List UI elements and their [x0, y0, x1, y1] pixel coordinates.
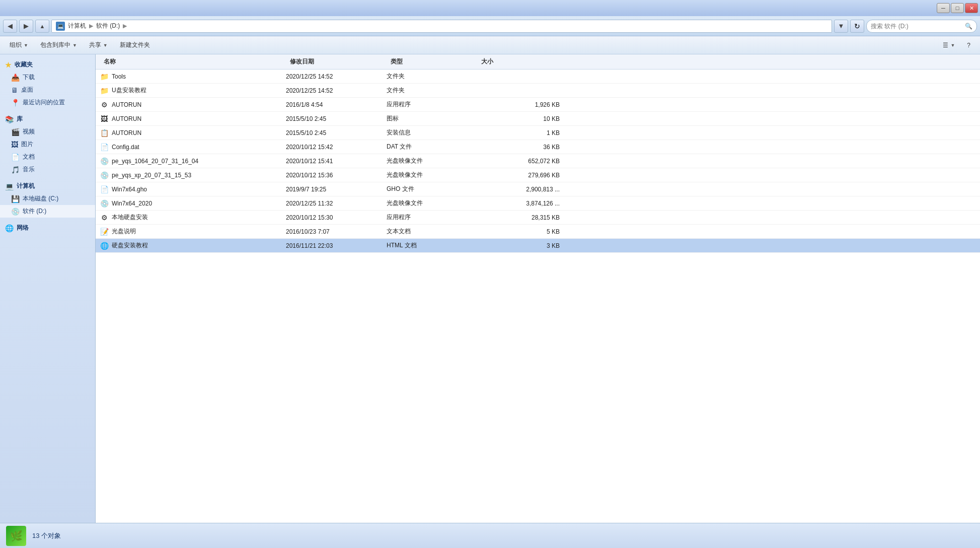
music-icon: 🎵 [11, 166, 20, 174]
sidebar-item-d-drive[interactable]: 💿 软件 (D:) [0, 205, 95, 218]
share-arrow: ▼ [103, 43, 108, 48]
search-icon: 🔍 [965, 23, 972, 30]
file-list-header: 名称 修改日期 类型 大小 [96, 54, 980, 70]
file-icon: 📁 [100, 72, 109, 81]
forward-button[interactable]: ▶ [19, 20, 33, 33]
sidebar-item-documents[interactable]: 📄 文档 [0, 151, 95, 163]
sidebar-item-music[interactable]: 🎵 音乐 [0, 163, 95, 176]
path-sep-1: ▶ [89, 23, 93, 29]
search-box[interactable]: 🔍 [866, 20, 977, 33]
minimize-button[interactable]: ─ [937, 3, 950, 13]
table-row[interactable]: 📄 Config.dat 2020/10/12 15:42 DAT 文件 36 … [96, 140, 980, 154]
file-name-cell: ⚙ AUTORUN [100, 100, 286, 109]
sidebar-libraries-header[interactable]: 📚 库 [0, 113, 95, 125]
sidebar-libraries-label: 库 [17, 115, 23, 123]
include-library-button[interactable]: 包含到库中 ▼ [35, 38, 83, 52]
file-name-cell: 🖼 AUTORUN [100, 114, 286, 123]
table-row[interactable]: 📁 U盘安装教程 2020/12/25 14:52 文件夹 [96, 84, 980, 98]
sidebar-item-pictures[interactable]: 🖼 图片 [0, 138, 95, 151]
table-row[interactable]: 📄 Win7x64.gho 2019/9/7 19:25 GHO 文件 2,90… [96, 182, 980, 196]
table-row[interactable]: ⚙ AUTORUN 2016/1/8 4:54 应用程序 1,926 KB [96, 98, 980, 112]
file-date-cell: 2020/10/12 15:30 [286, 214, 387, 221]
table-row[interactable]: 💿 Win7x64_2020 2020/12/25 11:32 光盘映像文件 3… [96, 196, 980, 211]
sidebar-item-desktop[interactable]: 🖥 桌面 [0, 84, 95, 96]
file-size-cell: 1 KB [477, 129, 568, 136]
sidebar-videos-label: 视频 [23, 127, 35, 136]
file-type-cell: HTML 文档 [387, 241, 477, 250]
file-size-cell: 2,900,813 ... [477, 186, 568, 193]
col-header-type[interactable]: 类型 [387, 57, 477, 66]
sidebar-computer-header[interactable]: 💻 计算机 [0, 180, 95, 192]
col-header-size[interactable]: 大小 [477, 57, 568, 66]
file-name: AUTORUN [112, 129, 141, 136]
file-name: Win7x64.gho [112, 186, 147, 193]
network-icon: 🌐 [5, 224, 14, 232]
file-icon: 📄 [100, 143, 109, 152]
sidebar-network-header[interactable]: 🌐 网络 [0, 222, 95, 234]
sidebar-item-downloads[interactable]: 📥 下载 [0, 71, 95, 84]
statusbar: 🌿 13 个对象 [0, 523, 980, 548]
maximize-button[interactable]: □ [951, 3, 964, 13]
sidebar-c-drive-label: 本地磁盘 (C:) [23, 194, 58, 203]
table-row[interactable]: 📝 光盘说明 2016/10/23 7:07 文本文档 5 KB [96, 225, 980, 239]
star-icon: ★ [5, 61, 12, 69]
libraries-folder-icon: 📚 [5, 115, 14, 123]
file-list-body: 📁 Tools 2020/12/25 14:52 文件夹 📁 U盘安装教程 20… [96, 70, 980, 523]
file-size-cell: 3,874,126 ... [477, 200, 568, 207]
col-header-name[interactable]: 名称 [100, 57, 286, 66]
titlebar: ─ □ ✕ [0, 0, 980, 16]
file-icon: 💿 [100, 157, 109, 166]
table-row[interactable]: 💿 pe_yqs_xp_20_07_31_15_53 2020/10/12 15… [96, 168, 980, 182]
file-name: Config.dat [112, 144, 139, 151]
sidebar-item-recent[interactable]: 📍 最近访问的位置 [0, 96, 95, 109]
breadcrumb-drive[interactable]: 软件 (D:) [96, 22, 120, 30]
address-path[interactable]: 💻 计算机 ▶ 软件 (D:) ▶ [51, 20, 832, 33]
computer-path-icon: 💻 [56, 22, 65, 31]
dropdown-button[interactable]: ▼ [834, 20, 848, 33]
table-row[interactable]: 📁 Tools 2020/12/25 14:52 文件夹 [96, 70, 980, 84]
sidebar-item-c-drive[interactable]: 💾 本地磁盘 (C:) [0, 192, 95, 205]
table-row[interactable]: 📋 AUTORUN 2015/5/10 2:45 安装信息 1 KB [96, 126, 980, 140]
file-name: U盘安装教程 [112, 86, 146, 95]
file-list-area: 名称 修改日期 类型 大小 📁 Tools 2020/12/25 14:52 文… [96, 54, 980, 523]
sidebar-favorites-label: 收藏夹 [15, 60, 33, 69]
file-date-cell: 2019/9/7 19:25 [286, 186, 387, 193]
search-input[interactable] [871, 23, 963, 30]
file-size-cell: 5 KB [477, 228, 568, 235]
file-name-cell: 💿 pe_yqs_1064_20_07_31_16_04 [100, 157, 286, 166]
close-button[interactable]: ✕ [965, 3, 978, 13]
organize-arrow: ▼ [24, 43, 28, 48]
sidebar-item-videos[interactable]: 🎬 视频 [0, 125, 95, 138]
file-name: 光盘说明 [112, 227, 136, 236]
file-date-cell: 2020/12/25 11:32 [286, 200, 387, 207]
share-button[interactable]: 共享 ▼ [84, 38, 113, 52]
d-drive-icon: 💿 [11, 208, 20, 216]
share-label: 共享 [89, 41, 101, 49]
table-row[interactable]: 🌐 硬盘安装教程 2016/11/21 22:03 HTML 文档 3 KB [96, 239, 980, 253]
file-icon: 🖼 [100, 114, 109, 123]
file-size-cell: 28,315 KB [477, 214, 568, 221]
col-header-date[interactable]: 修改日期 [286, 57, 387, 66]
up-button[interactable]: ▲ [35, 20, 49, 33]
organize-button[interactable]: 组织 ▼ [4, 38, 34, 52]
help-button[interactable]: ? [961, 38, 976, 52]
table-row[interactable]: 🖼 AUTORUN 2015/5/10 2:45 图标 10 KB [96, 112, 980, 126]
table-row[interactable]: ⚙ 本地硬盘安装 2020/10/12 15:30 应用程序 28,315 KB [96, 211, 980, 225]
file-type-cell: 文本文档 [387, 227, 477, 236]
file-name: AUTORUN [112, 115, 141, 122]
file-date-cell: 2015/5/10 2:45 [286, 129, 387, 136]
logo-icon: 🌿 [10, 530, 23, 542]
table-row[interactable]: 💿 pe_yqs_1064_20_07_31_16_04 2020/10/12 … [96, 154, 980, 168]
breadcrumb-computer[interactable]: 计算机 [68, 22, 86, 30]
file-name: Tools [112, 73, 126, 80]
file-date-cell: 2020/12/25 14:52 [286, 73, 387, 80]
file-name-cell: 🌐 硬盘安装教程 [100, 241, 286, 250]
sidebar-favorites-header[interactable]: ★ 收藏夹 [0, 58, 95, 71]
back-button[interactable]: ◀ [3, 20, 17, 33]
new-folder-button[interactable]: 新建文件夹 [114, 38, 156, 52]
view-button[interactable]: ☰ ▼ [937, 38, 960, 52]
file-name-cell: ⚙ 本地硬盘安装 [100, 213, 286, 222]
sidebar: ★ 收藏夹 📥 下载 🖥 桌面 📍 最近访问的位置 📚 库 [0, 54, 96, 523]
refresh-button[interactable]: ↻ [850, 20, 864, 33]
file-name-cell: 📁 Tools [100, 72, 286, 81]
